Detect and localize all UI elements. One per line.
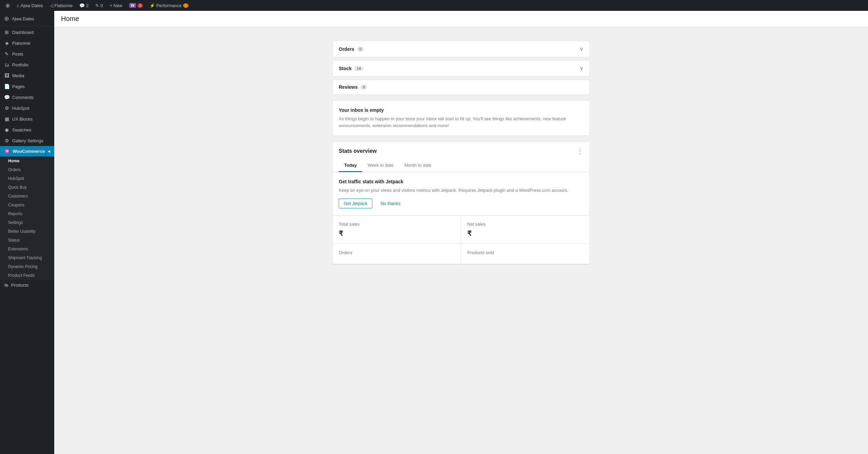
admin-bar: ⊕ ⌂ Ajwa Dates ◁ Flatsome 💬 2 ✎ 0 + New … [0,0,868,11]
tab-week-to-date[interactable]: Week to date [362,159,399,172]
comments-zero[interactable]: ✎ 0 [93,0,105,11]
woo-submenu-product-feeds[interactable]: Product Feeds [0,271,54,278]
sidebar-item-media[interactable]: 🖼 Media [0,70,54,81]
woo-submenu-status[interactable]: Status [0,236,54,245]
comment-icon: ✎ [95,3,99,8]
woo-submenu-customers[interactable]: Customers [0,192,54,201]
net-sales-value: ₹ [467,229,584,238]
woo-submenu-quick-buy[interactable]: Quick Buy [0,183,54,192]
reviews-card: Reviews 0 [332,79,590,95]
orders-stat-label: Orders [339,250,455,255]
comments-icon: 💬 [79,3,85,8]
sidebar-item-comments[interactable]: 💬 Comments [0,92,54,103]
dashboard-icon: ⊞ [4,29,9,35]
sidebar-item-swatches[interactable]: ◉ Swatches [0,124,54,135]
orders-chevron-icon: ∨ [579,46,584,52]
stock-card-left: Stock 14 [339,66,363,71]
orders-card-left: Orders 0 [339,46,364,52]
flatsome-icon: ◈ [4,40,9,46]
comments-link[interactable]: 💬 2 [77,0,91,11]
stat-orders: Orders [333,244,461,264]
wp-brand-icon: ⊕ [4,15,9,22]
new-content-button[interactable]: + New [107,0,125,11]
wp-icon: ⊕ [5,2,10,9]
jetpack-promo: Get traffic stats with Jetpack Keep an e… [333,172,590,215]
woo-submenu-extensions[interactable]: Extensions [0,245,54,253]
theme-name[interactable]: ◁ Flatsome [47,0,75,11]
stat-net-sales: Net sales ₹ [461,215,590,244]
sidebar-item-posts[interactable]: ✎ Posts [0,48,54,59]
site-name[interactable]: ⌂ Ajwa Dates [14,0,46,11]
page-header: Home [54,11,868,27]
woo-submenu-settings[interactable]: Settings [0,218,54,227]
net-sales-label: Net sales [467,222,584,227]
sidebar-item-flatsome[interactable]: ◈ Flatsome [0,38,54,48]
sidebar-item-pages[interactable]: 📄 Pages [0,81,54,92]
inbox-description: As things begin to happen in your store … [339,116,584,129]
page-title: Home [61,15,861,23]
performance-link[interactable]: ⚡ Performance 1 [147,0,191,11]
sidebar-item-ux-blocks[interactable]: ▦ UX Blocks [0,114,54,124]
woo-submenu-shipment-tracking[interactable]: Shipment Tracking [0,253,54,262]
get-jetpack-button[interactable]: Get Jetpack [339,199,372,208]
stat-products-sold: Products sold [461,244,590,264]
stats-grid: Total sales ₹ Net sales ₹ Orders Product… [333,215,590,264]
tab-today[interactable]: Today [339,159,362,172]
hubspot-icon: ⚙ [4,105,9,111]
content-area: Orders 0 ∨ Stock 14 ∨ Reviews 0 [332,34,590,271]
portfolio-icon: 🗂 [4,62,9,67]
inbox-title: Your inbox is empty [339,107,584,113]
woo-submenu-better-usability[interactable]: Better Usability [0,227,54,236]
stock-chevron-icon: ∨ [579,65,584,71]
swatches-icon: ◉ [4,127,9,132]
sidebar-item-gallery-settings[interactable]: ⚙ Gallery Settings [0,135,54,146]
orders-card: Orders 0 ∨ [332,41,590,57]
orders-card-row[interactable]: Orders 0 ∨ [333,41,590,57]
stock-card-row[interactable]: Stock 14 ∨ [333,60,590,76]
theme-icon: ◁ [50,3,53,8]
woo-submenu-coupons[interactable]: Coupons [0,201,54,209]
reviews-card-left: Reviews 0 [339,84,367,90]
orders-title: Orders [339,46,354,52]
sidebar-item-hubspot[interactable]: ⚙ HubSpot [0,103,54,114]
woocommerce-bar-link[interactable]: W 3 [126,0,145,11]
woocommerce-collapse-icon: ◂ [48,149,50,154]
woo-submenu-dynamic-pricing[interactable]: Dynamic Pricing [0,262,54,271]
jetpack-title: Get traffic stats with Jetpack [339,179,584,184]
reviews-title: Reviews [339,84,358,90]
reviews-card-row[interactable]: Reviews 0 [333,80,590,95]
woo-submenu-reports[interactable]: Reports [0,209,54,218]
products-sold-label: Products sold [467,250,584,255]
wp-logo[interactable]: ⊕ [3,0,13,11]
jetpack-buttons: Get Jetpack No thanks [339,199,584,208]
posts-icon: ✎ [4,51,9,57]
sidebar-brand: ⊕ Ajwa Dates [0,11,54,27]
tab-month-to-date[interactable]: Month to date [399,159,437,172]
stock-title: Stock [339,66,352,71]
stats-card: Stats overview ⋮ Today Week to date Mont… [332,141,590,265]
sidebar-item-portfolio[interactable]: 🗂 Portfolio [0,59,54,70]
sidebar-item-dashboard[interactable]: ⊞ Dashboard [0,27,54,38]
gallery-settings-icon: ⚙ [4,138,9,143]
woo-submenu-orders[interactable]: Orders [0,165,54,174]
comments-nav-icon: 💬 [4,95,9,100]
woo-submenu-hubspot[interactable]: HubSpot [0,174,54,183]
stats-tabs: Today Week to date Month to date [333,159,590,172]
ux-blocks-icon: ▦ [4,116,9,122]
woo-submenu-home[interactable]: Home [0,157,54,165]
total-sales-label: Total sales [339,222,455,227]
no-thanks-button[interactable]: No thanks [376,199,405,208]
pages-icon: 📄 [4,84,9,89]
performance-icon: ⚡ [150,3,155,8]
sidebar-woocommerce-header[interactable]: W WooCommerce ◂ [0,146,54,157]
woocommerce-submenu: Home Orders HubSpot Quick Buy Customers … [0,157,54,278]
stock-badge: 14 [354,66,363,71]
total-sales-value: ₹ [339,229,455,238]
woocommerce-nav-icon: W [4,149,10,153]
main-content: Orders 0 ∨ Stock 14 ∨ Reviews 0 [54,0,868,278]
stat-total-sales: Total sales ₹ [333,215,461,244]
jetpack-description: Keep an eye on your views and visitors m… [339,187,584,194]
stats-header: Stats overview ⋮ [333,142,590,155]
stats-title: Stats overview [339,148,377,154]
stats-menu-icon[interactable]: ⋮ [577,147,584,155]
